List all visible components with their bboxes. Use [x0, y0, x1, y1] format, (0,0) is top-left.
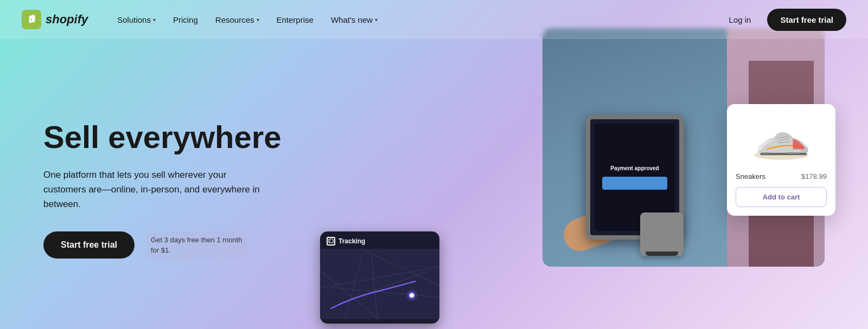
nav-trial-button[interactable]: Start free trial — [767, 9, 846, 31]
nav-right: Log in Start free trial — [722, 9, 846, 31]
sneaker-image — [736, 113, 827, 167]
chevron-down-icon: ▾ — [153, 17, 156, 23]
hero-section: Sell everywhere One platform that lets y… — [0, 39, 868, 329]
location-dot — [409, 292, 415, 299]
login-button[interactable]: Log in — [722, 11, 759, 29]
product-price: $178.99 — [801, 172, 827, 180]
nav-item-resources[interactable]: Resources ▾ — [208, 11, 267, 29]
chevron-down-icon: ▾ — [257, 17, 259, 23]
map-route-svg — [320, 249, 439, 319]
hero-trial-button[interactable]: Start free trial — [43, 231, 135, 259]
nav-links: Solutions ▾ Pricing Resources ▾ Enterpri… — [110, 11, 721, 29]
svg-rect-0 — [22, 10, 41, 29]
svg-rect-1 — [329, 239, 333, 243]
product-info: Sneakers $178.99 — [736, 172, 827, 180]
logo-text: shopify — [46, 12, 88, 27]
nav-item-enterprise[interactable]: Enterprise — [269, 11, 321, 29]
product-name: Sneakers — [736, 172, 765, 180]
logo-link[interactable]: shopify — [22, 10, 88, 29]
offer-text: Get 3 days free then 1 month for $1. — [145, 231, 247, 259]
chevron-down-icon: ▾ — [375, 17, 378, 23]
tracking-card: Tracking — [320, 231, 439, 324]
tracking-header: Tracking — [320, 231, 439, 249]
shopify-bag-icon — [22, 10, 41, 29]
hero-text-area: Sell everywhere One platform that lets y… — [43, 109, 315, 259]
hero-heading: Sell everywhere — [43, 120, 315, 154]
sneaker-svg — [749, 118, 814, 162]
map-area — [320, 249, 439, 319]
tracking-icon — [327, 237, 335, 246]
nav-item-solutions[interactable]: Solutions ▾ — [110, 11, 163, 29]
svg-rect-8 — [763, 152, 770, 154]
nav-item-pricing[interactable]: Pricing — [165, 11, 206, 29]
navbar: shopify Solutions ▾ Pricing Resources ▾ … — [0, 0, 868, 39]
payment-bar — [602, 177, 667, 190]
hero-subheading: One platform that lets you sell wherever… — [43, 167, 271, 212]
card-reader — [640, 212, 684, 256]
svg-rect-9 — [786, 152, 800, 154]
nav-item-whats-new[interactable]: What's new ▾ — [323, 11, 385, 29]
payment-approved-text: Payment approved — [610, 165, 659, 171]
hero-visuals: Payment approved Tracking — [315, 39, 825, 329]
hero-cta: Start free trial Get 3 days free then 1 … — [43, 231, 315, 259]
add-to-cart-button[interactable]: Add to cart — [736, 187, 827, 207]
product-card: Sneakers $178.99 Add to cart — [727, 104, 835, 216]
